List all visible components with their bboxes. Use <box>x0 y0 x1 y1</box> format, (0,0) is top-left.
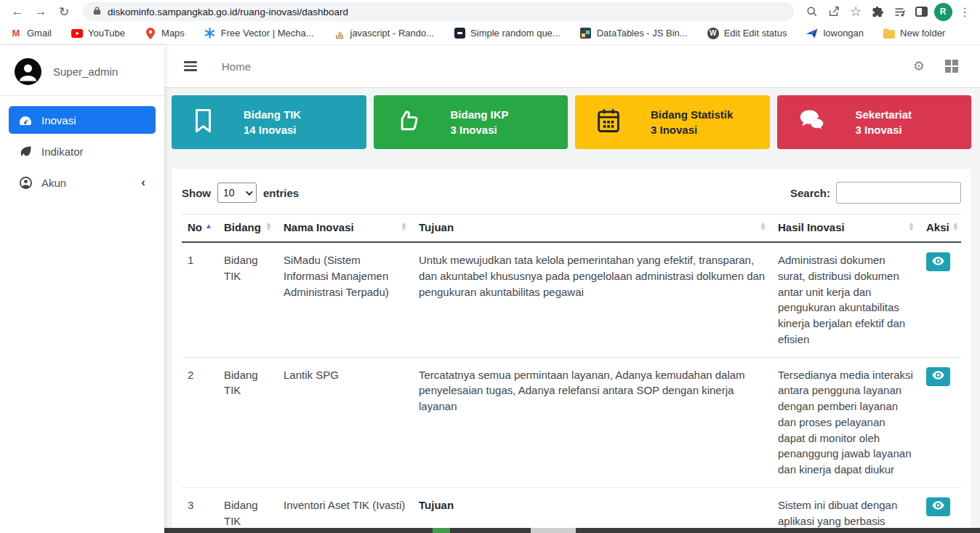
cell-bidang: Bidang TIK <box>218 357 278 487</box>
eye-icon <box>932 501 944 512</box>
zoom-icon[interactable] <box>803 2 822 21</box>
card-bidang-ikp[interactable]: Bidang IKP3 Inovasi <box>374 95 569 149</box>
bookmark-javascript[interactable]: javascript - Rando... <box>334 28 435 39</box>
wordpress-icon: W <box>707 28 719 39</box>
share-icon[interactable] <box>824 2 843 21</box>
datatable-panel: Show 10 entries Search: <box>172 169 971 533</box>
tujuan-heading: Tujuan <box>419 497 766 513</box>
bookmark-simple-random[interactable]: Simple random que... <box>454 28 561 39</box>
sort-icons: ▲▼ <box>265 221 272 231</box>
chat-bubbles-icon <box>799 109 825 135</box>
user-name: Super_admin <box>53 65 118 78</box>
cell-nama: SiMadu (Sistem Informasi Manajemen Admin… <box>278 242 413 357</box>
sidebar-item-inovasi[interactable]: Inovasi <box>9 106 156 134</box>
card-bidang-tik[interactable]: Bidang TIK14 Inovasi <box>172 95 366 149</box>
thumbs-up-icon <box>395 108 420 136</box>
top-navbar: Home ⚙ <box>164 45 980 88</box>
browser-toolbar: ← → ↻ diskominfo.sampangkab.go.id/ruang-… <box>0 0 980 22</box>
search-label: Search: <box>790 187 830 199</box>
maps-pin-icon <box>145 28 156 39</box>
apps-grid-icon[interactable] <box>945 60 958 73</box>
folder-icon <box>883 28 895 39</box>
entries-label: entries <box>263 187 299 199</box>
url-text: diskominfo.sampangkab.go.id/ruang-inovas… <box>108 7 348 17</box>
bookmark-star-icon[interactable]: ☆ <box>846 2 865 21</box>
browser-window: ← → ↻ diskominfo.sampangkab.go.id/ruang-… <box>0 0 980 533</box>
view-detail-button[interactable] <box>926 367 950 386</box>
sidebar-divider <box>0 95 164 96</box>
extensions-puzzle-icon[interactable] <box>868 2 887 21</box>
bookmark-new-folder[interactable]: New folder <box>883 28 945 39</box>
col-header-nama-inovasi[interactable]: Nama Inovasi▲▼ <box>278 215 413 243</box>
side-panel-icon[interactable] <box>912 2 931 21</box>
back-button[interactable]: ← <box>7 2 28 21</box>
cell-tujuan: Tujuan Membuat sistem informasi yang dap… <box>413 487 772 533</box>
person-circle-icon <box>19 177 32 189</box>
speedometer-icon <box>19 115 32 126</box>
col-header-aksi[interactable]: Aksi▲▼ <box>920 215 961 243</box>
gear-icon[interactable]: ⚙ <box>913 58 925 74</box>
table-row: 1 Bidang TIK SiMadu (Sistem Informasi Ma… <box>182 242 961 357</box>
view-detail-button[interactable] <box>926 497 950 516</box>
card-sekertariat[interactable]: Sekertariat3 Inovasi <box>777 95 972 149</box>
col-header-no[interactable]: No▲ <box>182 215 218 243</box>
view-detail-button[interactable] <box>926 252 950 271</box>
cell-hasil: Tersedianya media interaksi antara pengg… <box>772 357 920 487</box>
cell-nama: Inventori Aset TIK (Ivasti) <box>278 487 413 533</box>
dashboard-content: Bidang TIK14 Inovasi Bidang IKP3 Inovasi… <box>164 88 980 533</box>
sidebar-item-akun[interactable]: Akun ‹ <box>9 169 156 196</box>
breadcrumb-home[interactable]: Home <box>222 60 251 73</box>
jsbin-icon <box>580 28 592 39</box>
bookmark-gmail[interactable]: M Gmail <box>10 28 52 39</box>
address-bar[interactable]: diskominfo.sampangkab.go.id/ruang-inovas… <box>83 2 794 21</box>
media-controls-icon[interactable] <box>890 2 909 21</box>
cell-hasil: Sistem ini dibuat dengan aplikasi yang b… <box>772 487 920 533</box>
reload-button[interactable]: ↻ <box>54 2 74 21</box>
sidebar-item-indikator[interactable]: Indikator <box>9 137 156 165</box>
taskbar-strip <box>164 528 980 533</box>
dark-site-icon <box>454 28 465 39</box>
bookmark-datatables[interactable]: DataTables - JS Bin... <box>580 28 688 39</box>
col-header-hasil-inovasi[interactable]: Hasil Inovasi▲▼ <box>772 215 920 243</box>
show-label: Show <box>182 187 211 199</box>
page-size-select[interactable]: 10 <box>217 183 257 203</box>
eye-icon <box>932 371 944 382</box>
bookmark-freevector[interactable]: Free Vector | Mecha... <box>204 28 314 39</box>
sort-icons: ▲▼ <box>952 221 959 231</box>
table-row: 2 Bidang TIK Lantik SPG Tercatatnya semu… <box>182 357 961 487</box>
sort-asc-icon: ▲ <box>205 221 212 230</box>
cell-hasil: Administrasi dokumen surat, distribusi d… <box>772 242 920 357</box>
cell-no: 1 <box>182 242 218 357</box>
user-avatar-icon <box>15 58 41 85</box>
browser-chrome: ← → ↻ diskominfo.sampangkab.go.id/ruang-… <box>0 0 980 45</box>
cell-bidang: Bidang TIK <box>218 242 278 357</box>
hamburger-menu-icon[interactable] <box>184 61 197 71</box>
forward-button[interactable]: → <box>31 2 51 21</box>
gmail-icon: M <box>10 28 22 39</box>
search-input[interactable] <box>836 182 961 204</box>
bookmark-lowongan[interactable]: lowongan <box>806 28 864 39</box>
sort-icons: ▲▼ <box>908 221 915 231</box>
youtube-icon <box>71 28 83 39</box>
bookmark-icon <box>193 108 213 137</box>
bookmark-edit-status[interactable]: W Edit Edit status <box>707 28 787 39</box>
bookmark-youtube[interactable]: YouTube <box>71 28 125 39</box>
leaf-icon <box>19 145 32 158</box>
eye-icon <box>932 257 944 268</box>
browser-menu-icon[interactable]: ⋮ <box>955 2 974 21</box>
stackoverflow-icon <box>334 28 345 39</box>
sort-icons: ▲▼ <box>401 221 407 231</box>
cell-tujuan: Untuk mewujudkan tata kelola pemerintaha… <box>413 242 772 357</box>
bookmark-maps[interactable]: Maps <box>145 28 185 39</box>
user-profile[interactable]: Super_admin <box>9 55 156 95</box>
sidebar: Super_admin Inovasi Indikator Akun <box>0 45 164 533</box>
calendar-icon <box>597 108 620 136</box>
card-bidang-statistik[interactable]: Bidang Statistik3 Inovasi <box>575 95 770 149</box>
profile-avatar[interactable]: R <box>933 2 952 21</box>
chevron-left-icon[interactable]: ‹ <box>141 175 145 190</box>
lock-icon <box>93 5 101 18</box>
col-header-tujuan[interactable]: Tujuan▲▼ <box>413 215 772 243</box>
cell-nama: Lantik SPG <box>278 357 413 487</box>
col-header-bidang[interactable]: Bidang▲▼ <box>218 215 278 243</box>
paper-plane-icon <box>806 28 818 39</box>
